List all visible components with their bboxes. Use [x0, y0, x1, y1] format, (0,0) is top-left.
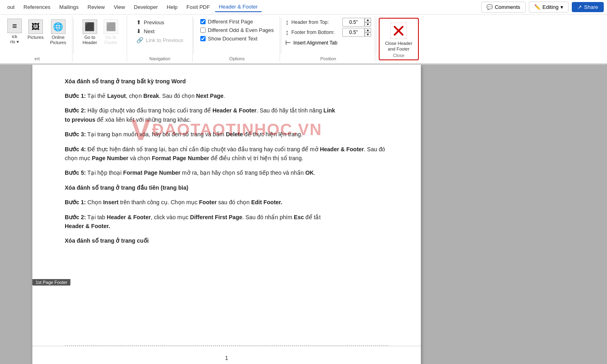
left-margin	[0, 65, 32, 364]
menu-developer[interactable]: Developer	[130, 2, 162, 12]
goto-header-button[interactable]: ⬛ Go toHeader	[80, 18, 100, 47]
menu-help[interactable]: Help	[163, 2, 182, 12]
paragraph-step4: Bước 4: Để thực hiện đánh số trang lại, …	[65, 145, 388, 163]
menu-view[interactable]: View	[110, 2, 129, 12]
goto-footer-button[interactable]: ⬛ Go toFooter	[101, 18, 121, 47]
alignment-tab-icon: ⊢	[285, 39, 291, 47]
footer-spinner-down[interactable]: ▼	[365, 32, 371, 37]
previous-button[interactable]: ⬆ Previous	[133, 18, 187, 27]
group-options: Different First Page Different Odd & Eve…	[195, 16, 280, 62]
close-header-footer-button[interactable]: Close Headerand Footer	[381, 20, 416, 52]
quick-parts-label: ickrts ▾	[10, 34, 19, 44]
paragraph-heading1: Xóa đánh số trang ở trang bất kỳ trong W…	[65, 77, 388, 86]
comments-label: Comments	[495, 4, 520, 10]
footer-from-bottom-icon: ↕	[285, 28, 289, 37]
group-goto: ⬛ Go toHeader ⬛ Go toFooter	[74, 16, 127, 62]
step4-hf: Header & Footer	[320, 146, 364, 152]
document-area: 1st Page Footer V ĐAOTAOTINHOC.VN Xóa đá…	[0, 65, 607, 364]
next-button[interactable]: ⬇ Next	[133, 27, 187, 36]
show-document-text-checkbox[interactable]	[200, 36, 206, 41]
close-svg	[391, 23, 407, 39]
pictures-label: Pictures	[28, 35, 44, 40]
step2-hf: Header & Footer	[212, 107, 257, 114]
nav-group-content: ⬆ Previous ⬇ Next 🔗 Link to Previous	[133, 16, 187, 52]
quick-parts-icon: ≡	[7, 19, 22, 33]
header-from-top-input[interactable]	[342, 18, 365, 27]
step4-prefix: Bước 4:	[65, 146, 86, 152]
navigation-group-label: Navigation	[128, 56, 192, 62]
different-odd-even-checkbox[interactable]	[200, 28, 206, 33]
header-spinner-down[interactable]: ▼	[365, 22, 371, 27]
position-group-content: ↕ Header from Top: ▲ ▼ ↕ Footer from Bot…	[285, 16, 371, 55]
menu-foxit[interactable]: Foxit PDF	[183, 2, 214, 12]
close-x-icon	[390, 22, 407, 40]
quick-parts-button[interactable]: ≡ ickrts ▾	[6, 18, 23, 45]
step5-ok: OK	[305, 169, 314, 176]
share-button[interactable]: ↗ Share	[572, 2, 604, 12]
step5-prefix: Bước 5:	[65, 169, 86, 176]
header-right: 💬 Comments ✏️ Editing ▾ ↗ Share	[481, 2, 604, 13]
online-pictures-button[interactable]: 🌐 OnlinePictures	[48, 18, 69, 47]
link-to-previous-label: Link to Previous	[146, 37, 183, 43]
menu-out[interactable]: out	[3, 2, 19, 12]
footer-from-bottom-input[interactable]	[342, 28, 365, 37]
step2-1-insert: Insert	[103, 199, 119, 205]
position-group-label: Position	[282, 56, 375, 62]
page-footer: 1	[32, 346, 421, 364]
comments-button[interactable]: 💬 Comments	[481, 2, 526, 13]
step2-2-esc: Esc	[294, 214, 304, 220]
paragraph-step2-1: Bước 1: Chọn Insert trên thanh công cụ. …	[65, 198, 388, 207]
different-odd-even-label: Different Odd & Even Pages	[208, 27, 274, 33]
different-first-page-option[interactable]: Different First Page	[198, 18, 276, 25]
step2-2-prefix: Bước 2:	[65, 214, 86, 220]
goto-header-icon: ⬛	[83, 19, 97, 34]
separator3	[281, 19, 281, 54]
chevron-down-icon: ▾	[560, 4, 563, 10]
show-document-text-option[interactable]: Show Document Text	[198, 35, 276, 42]
goto-footer-label: Go toFooter	[104, 35, 117, 45]
link-to-previous-button[interactable]: 🔗 Link to Previous	[133, 36, 187, 44]
group-navigation: ⬆ Previous ⬇ Next 🔗 Link to Previous Nav…	[128, 16, 193, 62]
menu-header-footer[interactable]: Header & Footer	[215, 2, 262, 12]
step1-break: Break	[143, 93, 159, 99]
down-arrow-icon: ⬇	[136, 28, 141, 34]
step5-format: Format Page Number	[123, 169, 180, 176]
different-first-page-label: Different First Page	[208, 19, 253, 25]
paragraph-step2: Bước 2: Hãy đúp chuột vào đầu trang hoặc…	[65, 106, 388, 124]
menu-mailings[interactable]: Mailings	[55, 2, 83, 12]
next-label: Next	[144, 28, 155, 34]
different-odd-even-option[interactable]: Different Odd & Even Pages	[198, 26, 276, 34]
footer-from-bottom-row: ↕ Footer from Bottom: ▲ ▼	[285, 28, 371, 37]
heading2-text: Xóa đánh số trang ở trang đầu tiên (tran…	[65, 184, 188, 191]
goto-header-label: Go toHeader	[83, 35, 97, 45]
step2-link: Linkto previous	[65, 107, 335, 123]
editing-button[interactable]: ✏️ Editing ▾	[529, 2, 569, 13]
paragraph-step3: Bước 3: Tại trang bạn muốn xóa, hãy bôi …	[65, 130, 388, 139]
insert-alignment-tab-button[interactable]: ⊢ Insert Alignment Tab	[285, 38, 371, 47]
step2-prefix: Bước 2:	[65, 107, 86, 114]
step1-nextpage: Next Page	[196, 93, 224, 99]
step2-2-diff-first: Different First Page	[190, 214, 242, 220]
pictures-button[interactable]: 🖼 Pictures	[25, 18, 46, 42]
close-group-label: Close	[393, 52, 404, 58]
up-arrow-icon: ⬆	[136, 19, 141, 25]
header-spinner-up[interactable]: ▲	[365, 18, 371, 22]
step2-2-hf2: Header & Footer.	[65, 223, 110, 229]
paragraph-heading2: Xóa đánh số trang ở trang đầu tiên (tran…	[65, 183, 388, 192]
separator2	[193, 19, 194, 54]
menu-bar: out References Mailings Review View Deve…	[0, 0, 607, 15]
different-first-page-checkbox[interactable]	[200, 19, 206, 24]
menu-review[interactable]: Review	[83, 2, 109, 12]
close-group: Close Headerand Footer Close	[379, 18, 419, 60]
footer-spinner-up[interactable]: ▲	[365, 28, 371, 32]
step2-1-edit-footer: Edit Footer.	[251, 199, 282, 205]
insert-group-label: ert	[2, 56, 72, 62]
header-from-top-label: Header from Top:	[291, 19, 340, 25]
previous-label: Previous	[144, 19, 164, 25]
heading3-text: Xóa đánh số trang ở trang cuối	[65, 237, 149, 244]
menu-references[interactable]: References	[19, 2, 54, 12]
insert-group-content: ≡ ickrts ▾ 🖼 Pictures 🌐 OnlinePictures	[6, 16, 69, 62]
separator4	[376, 19, 376, 54]
goto-footer-icon: ⬛	[104, 19, 118, 34]
editing-label: Editing	[543, 4, 559, 10]
